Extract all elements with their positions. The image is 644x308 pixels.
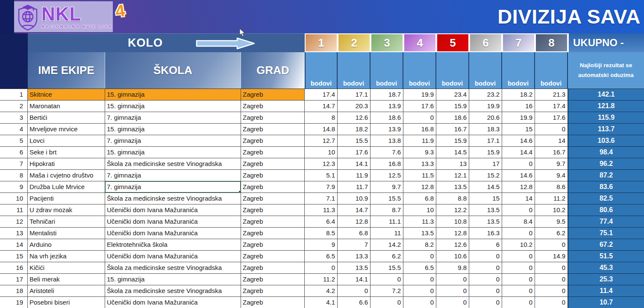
score-cell-round-7[interactable]: 0 [502, 297, 535, 308]
score-cell-round-3[interactable]: 6.2 [371, 251, 403, 262]
school-cell[interactable]: 15. gimnazija [105, 147, 241, 158]
team-name-cell[interactable]: Kičići [28, 262, 105, 274]
row-number-cell[interactable]: 15 [0, 251, 28, 262]
score-cell-round-8[interactable]: 17.6 [535, 112, 568, 124]
score-cell-round-1[interactable]: 9 [305, 239, 338, 251]
score-cell-round-5[interactable]: 15.9 [436, 101, 469, 112]
school-cell[interactable]: Učenički dom Ivana Mažuranića [105, 216, 241, 228]
score-cell-round-6[interactable]: 14.5 [469, 181, 502, 193]
score-cell-round-2[interactable]: 11.7 [338, 181, 371, 193]
school-cell[interactable]: Učenički dom Ivana Mažuranića [105, 228, 241, 239]
team-name-cell[interactable]: Mentalisti [28, 228, 105, 239]
school-cell[interactable]: Škola za medicinske sestre Vinogradska [105, 158, 241, 170]
score-cell-round-8[interactable]: 11.2 [535, 193, 568, 204]
score-cell-round-5[interactable]: 14.5 [436, 147, 469, 158]
score-cell-round-4[interactable]: 6.8 [403, 193, 436, 204]
score-cell-round-4[interactable]: 0 [403, 297, 436, 308]
city-cell[interactable]: Zagreb [241, 285, 305, 297]
score-cell-round-3[interactable]: 11.1 [371, 216, 403, 228]
round-4-header[interactable]: 4 [403, 33, 436, 52]
score-cell-round-8[interactable]: 17.4 [535, 101, 568, 112]
score-cell-round-5[interactable]: 12.1 [436, 170, 469, 181]
score-cell-round-1[interactable]: 8 [305, 112, 338, 124]
score-cell-round-3[interactable]: 18.7 [371, 89, 403, 101]
total-cell[interactable]: 113.7 [568, 124, 644, 135]
score-cell-round-8[interactable]: 14.9 [535, 251, 568, 262]
score-cell-round-4[interactable]: 17.6 [403, 101, 436, 112]
score-cell-round-3[interactable]: 16.8 [371, 158, 403, 170]
score-cell-round-6[interactable]: 20.6 [469, 112, 502, 124]
score-cell-round-3[interactable]: 14.2 [371, 239, 403, 251]
score-cell-round-7[interactable]: 18.2 [502, 89, 535, 101]
score-cell-round-4[interactable]: 8.2 [403, 239, 436, 251]
score-cell-round-4[interactable]: 9.3 [403, 147, 436, 158]
score-cell-round-8[interactable]: 14 [535, 135, 568, 147]
score-cell-round-7[interactable]: 14.6 [502, 170, 535, 181]
score-cell-round-5[interactable]: 0 [436, 297, 469, 308]
city-cell[interactable]: Zagreb [241, 193, 305, 204]
total-cell[interactable]: 67.2 [568, 239, 644, 251]
team-name-cell[interactable]: Na vrh jezika [28, 251, 105, 262]
score-cell-round-7[interactable]: 0 [502, 251, 535, 262]
score-cell-round-5[interactable]: 23.4 [436, 89, 469, 101]
score-cell-round-2[interactable]: 13.3 [338, 251, 371, 262]
school-cell[interactable]: 15. gimnazija [105, 101, 241, 112]
score-cell-round-2[interactable]: 17.6 [338, 147, 371, 158]
total-cell[interactable]: 98.4 [568, 147, 644, 158]
score-cell-round-8[interactable]: 9.4 [535, 170, 568, 181]
row-number-cell[interactable]: 7 [0, 158, 28, 170]
score-cell-round-1[interactable]: 7.1 [305, 193, 338, 204]
score-cell-round-6[interactable]: 13.5 [469, 216, 502, 228]
score-cell-round-3[interactable]: 13.8 [371, 135, 403, 147]
school-cell[interactable]: Učenički dom Ivana Mažuranića [105, 297, 241, 308]
round-6-header[interactable]: 6 [469, 33, 502, 52]
score-cell-round-1[interactable]: 6.4 [305, 216, 338, 228]
round-2-header[interactable]: 2 [338, 33, 371, 52]
total-cell[interactable]: 83.6 [568, 181, 644, 193]
school-cell[interactable]: 15. gimnazija [105, 89, 241, 101]
row-number-cell[interactable]: 8 [0, 170, 28, 181]
team-name-cell[interactable]: Tehničari [28, 216, 105, 228]
points-header-round-1[interactable]: bodovi [305, 52, 338, 89]
score-cell-round-8[interactable]: 10.2 [535, 204, 568, 216]
score-cell-round-5[interactable]: 13.5 [436, 181, 469, 193]
score-cell-round-5[interactable]: 16.7 [436, 124, 469, 135]
score-cell-round-5[interactable]: 12.8 [436, 228, 469, 239]
score-cell-round-4[interactable]: 6.5 [403, 262, 436, 274]
points-header-round-4[interactable]: bodovi [403, 52, 436, 89]
score-cell-round-2[interactable]: 17.1 [338, 89, 371, 101]
school-cell[interactable]: Učenički dom Ivana Mažuranića [105, 204, 241, 216]
score-cell-round-4[interactable]: 12.8 [403, 181, 436, 193]
points-header-round-8[interactable]: bodovi [535, 52, 568, 89]
score-cell-round-1[interactable]: 0 [305, 262, 338, 274]
score-cell-round-1[interactable]: 5.1 [305, 170, 338, 181]
score-cell-round-8[interactable]: 9.5 [535, 216, 568, 228]
row-number-cell[interactable]: 2 [0, 101, 28, 112]
points-header-round-2[interactable]: bodovi [338, 52, 371, 89]
score-cell-round-2[interactable]: 14.1 [338, 274, 371, 285]
score-cell-round-6[interactable]: 0 [469, 251, 502, 262]
total-cell[interactable]: 82.5 [568, 193, 644, 204]
score-cell-round-7[interactable]: 14.6 [502, 135, 535, 147]
city-cell[interactable]: Zagreb [241, 228, 305, 239]
team-name-cell[interactable]: Pacijenti [28, 193, 105, 204]
team-name-cell[interactable]: U zdrav mozak [28, 204, 105, 216]
team-name-cell[interactable]: Beli merak [28, 274, 105, 285]
score-cell-round-7[interactable]: 16 [502, 101, 535, 112]
score-cell-round-5[interactable]: 10.8 [436, 216, 469, 228]
score-cell-round-8[interactable]: 6.2 [535, 228, 568, 239]
total-cell[interactable]: 10.7 [568, 297, 644, 308]
score-cell-round-6[interactable]: 23.2 [469, 89, 502, 101]
score-cell-round-1[interactable]: 12.7 [305, 135, 338, 147]
score-cell-round-4[interactable]: 11.9 [403, 135, 436, 147]
score-cell-round-4[interactable]: 0 [403, 251, 436, 262]
score-cell-round-1[interactable]: 12.3 [305, 158, 338, 170]
city-cell[interactable]: Zagreb [241, 297, 305, 308]
score-cell-round-8[interactable]: 0 [535, 239, 568, 251]
total-cell[interactable]: 80.6 [568, 204, 644, 216]
score-cell-round-7[interactable]: 0 [502, 158, 535, 170]
score-cell-round-6[interactable]: 17 [469, 158, 502, 170]
score-cell-round-7[interactable]: 0 [502, 204, 535, 216]
round-8-header[interactable]: 8 [535, 33, 568, 52]
score-cell-round-1[interactable]: 6.5 [305, 251, 338, 262]
